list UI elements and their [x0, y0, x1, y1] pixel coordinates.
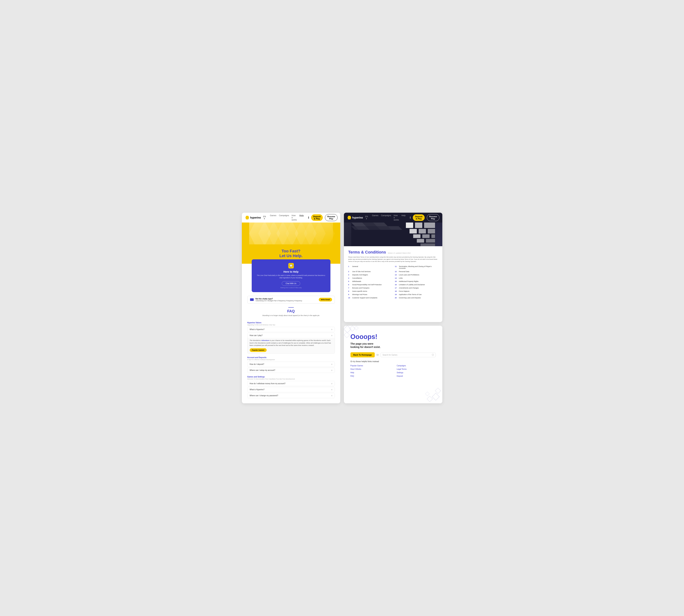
chat-button[interactable]: Chat With Us [282, 281, 300, 286]
faq-category-values: Hyperino Values Upgrading To Microsoft W… [242, 320, 340, 355]
link-deposit[interactable]: Deposit [397, 375, 436, 377]
svg-rect-23 [428, 229, 435, 234]
terms-logo[interactable]: hyperino [348, 216, 363, 219]
chevron-down-icon-2: ∨ [331, 363, 332, 365]
chat-card: 💬 Here to Help The Live Chat Particularl… [252, 259, 330, 292]
back-to-homepage-button[interactable]: Back To Homepage [351, 352, 375, 357]
toc-label-17: Amendments and Changes [399, 287, 419, 289]
write-email-button[interactable]: Write Email [319, 298, 332, 302]
link-campaigns[interactable]: Campaigns [397, 364, 436, 367]
toc-item-9: 9Winnings And Prizes [348, 293, 391, 296]
404-search-row: Back To Homepage Or Search for Games [351, 352, 436, 357]
nav-games[interactable]: Games [270, 214, 276, 221]
svg-rect-26 [432, 234, 435, 238]
toc-label-12: Personal Data [399, 271, 409, 272]
toc-item-10: 10Customer Support and Complaints [348, 296, 391, 299]
terms-deposit-button[interactable]: Deposit & Play [413, 214, 424, 221]
terms-nav-campaigns[interactable]: Campaigns [381, 214, 391, 221]
toc-label-4: Cancellations [352, 277, 362, 279]
toc-label-1: General [352, 266, 358, 269]
terms-lang-selector[interactable]: EN ▾ [365, 215, 368, 220]
search-icon[interactable] [308, 216, 309, 219]
link-popular-games[interactable]: Popular Games [351, 364, 390, 367]
faq-question-6: What is Hyperino? [250, 389, 265, 391]
toc-item-13: 13Local Laws and Prohibitions [395, 273, 438, 276]
toc-item-3: 3Deposits And Wagers [348, 273, 391, 276]
link-settings[interactable]: Settings [397, 371, 436, 374]
terms-resume-button[interactable]: Resume Play [427, 214, 439, 221]
svg-rect-22 [419, 229, 426, 234]
logo[interactable]: hyperino [245, 216, 261, 219]
faq-item-what-is: What is Hyperino? ∨ [247, 327, 335, 332]
brand-name: hyperino [250, 216, 261, 219]
chevron-down-icon-3: ∨ [331, 369, 332, 371]
faq-question-5: How do I withdraw money from my account? [250, 382, 286, 384]
toc-label-9: Winnings And Prizes [352, 293, 368, 295]
toc-item-4: 4Cancellations [348, 277, 391, 279]
terms-nav-help[interactable]: Help [401, 214, 406, 221]
nav-campaigns[interactable]: Campaigns [279, 214, 289, 221]
faq-item-header-3[interactable]: How do I deposit? ∨ [247, 362, 335, 367]
link-help[interactable]: Help [351, 371, 390, 374]
toc-label-3: Deposits And Wagers [352, 274, 368, 276]
terms-search-icon[interactable] [410, 216, 411, 219]
terms-title: Terms & Conditions [348, 250, 386, 255]
chat-title: Here to Help [255, 270, 327, 273]
faq-item-how-play: How can I play? ∧ The Wunderino Adventur… [247, 333, 335, 354]
email-text: Not the chatty type? Advertising On A Bu… [256, 298, 317, 302]
404-title: Oooops! [351, 333, 436, 340]
faq-category-title-3: Games and Settings [247, 376, 335, 378]
toc-label-16: Limitation of Liability and Disclaimer [399, 284, 425, 286]
faq-category-title-2: Account and Deposits [247, 356, 335, 358]
deposit-button[interactable]: Deposit & Play [311, 214, 323, 221]
faq-item-withdraw: How do I withdraw money from my account?… [247, 381, 335, 386]
faq-question-7: Where can I change my password? [250, 395, 278, 397]
popular-games-button[interactable]: Popular Games! [250, 348, 267, 352]
svg-rect-33 [354, 326, 358, 330]
toc-label-14: Links [399, 277, 403, 279]
svg-rect-29 [420, 243, 435, 246]
faq-item-header-7[interactable]: Where can I change my password? ∨ [247, 393, 335, 398]
toc-item-11: 11Termination, Blocking and Closing of P… [395, 265, 438, 269]
toc-item-12: 12Personal Data [395, 270, 438, 273]
faq-item-header-4[interactable]: Where can I setup my account? ∨ [247, 368, 335, 373]
search-icon-404 [432, 354, 434, 356]
faq-category-title-1: Hyperino Values [247, 322, 335, 324]
toc-label-5: Withdrawals [352, 281, 361, 282]
faq-title: FAQ [247, 309, 335, 313]
email-description: Advertising On A Budget Part 3 frequency… [256, 300, 302, 302]
language-selector[interactable]: EN ▾ [263, 215, 266, 220]
chevron-down-icon-5: ∨ [331, 389, 332, 391]
svg-rect-27 [417, 239, 424, 243]
terms-nav-links: Games Campaigns How it works Help [372, 214, 405, 221]
faq-item-header-5[interactable]: How do I withdraw money from my account?… [247, 381, 335, 386]
toc-label-2: Use Of Site And Services [352, 271, 371, 272]
terms-nav-how-it-works[interactable]: How it works [394, 214, 399, 221]
nav-how-it-works[interactable]: How it works [292, 214, 297, 221]
toc-item-15: 15Intellectual Property Rights [395, 280, 438, 283]
toc-label-18: Force Majeure [399, 290, 410, 292]
link-legal-terms[interactable]: Legal Terms [397, 368, 436, 371]
faq-question-1: What is Hyperino? [250, 328, 265, 330]
email-card: Not the chatty type? Advertising On A Bu… [247, 296, 335, 304]
game-search-box[interactable]: Search for Games [380, 353, 436, 357]
help-nav: hyperino EN ▾ Games Campaigns How it wor… [242, 213, 340, 222]
terms-intro: Please read these Terms of Use carefully… [348, 256, 438, 263]
terms-title-row: Terms & Conditions Version 1.5, updated … [348, 250, 438, 255]
link-faq[interactable]: FAQ [351, 375, 390, 377]
terms-hero-image [344, 222, 442, 246]
terms-3d-blocks-svg [344, 222, 442, 246]
terms-logo-icon [348, 216, 351, 219]
or-label: Or [377, 354, 379, 356]
faq-subtitle: Branding is no longer simply about visua… [247, 314, 335, 317]
faq-item-header-2[interactable]: How can I play? ∧ [247, 333, 335, 338]
faq-item-header-1[interactable]: What is Hyperino? ∨ [247, 327, 335, 332]
logo-icon [245, 216, 249, 219]
faq-item-header-6[interactable]: What is Hyperino? ∨ [247, 387, 335, 392]
terms-nav-games[interactable]: Games [372, 214, 378, 221]
toc-item-1: 1General [348, 265, 391, 269]
resume-play-button[interactable]: Resume Play [325, 214, 337, 221]
chat-wait-time: Waiting time is about 5 Mins only [255, 287, 327, 288]
nav-help[interactable]: Help [300, 214, 304, 221]
link-how-it-works[interactable]: How It Works [351, 368, 390, 371]
